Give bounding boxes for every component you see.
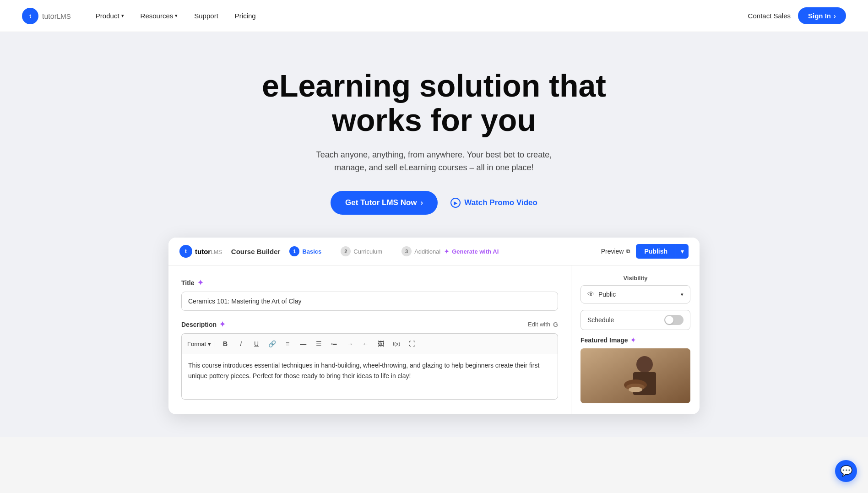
watch-promo-button[interactable]: ▶ Watch Promo Video	[450, 198, 537, 208]
builder-sidebar: Visibility 👁 Public ▾ Schedule	[571, 265, 700, 414]
external-link-icon: ⧉	[626, 248, 630, 255]
step-basics[interactable]: 1 Basics	[289, 246, 321, 256]
visibility-label: Visibility	[580, 275, 690, 282]
description-header: Description ✦ Edit with G	[181, 320, 558, 329]
builder-steps: 1 Basics —— 2 Curriculum —— 3 Additional	[289, 246, 499, 256]
course-builder-card: t tutorLMS Course Builder 1 Basics ——	[168, 238, 700, 414]
format-dropdown[interactable]: Format ▾	[187, 341, 215, 347]
nav-right: Contact Sales Sign In ›	[748, 7, 846, 24]
step-3-label: Additional	[414, 248, 440, 255]
step-additional[interactable]: 3 Additional	[401, 246, 440, 256]
schedule-label: Schedule	[587, 316, 614, 324]
bold-button[interactable]: B	[219, 337, 232, 350]
nav-pricing[interactable]: Pricing	[228, 8, 262, 23]
logo-icon: t	[22, 8, 38, 24]
play-icon: ▶	[450, 198, 461, 208]
schedule-toggle[interactable]	[664, 315, 684, 325]
chevron-down-icon: ▾	[121, 13, 124, 19]
image-button[interactable]: 🖼	[374, 337, 387, 350]
publish-button-group: Publish ▾	[636, 244, 689, 259]
step-curriculum[interactable]: 2 Curriculum	[341, 246, 382, 256]
step-separator-1: ——	[325, 248, 337, 255]
svg-point-3	[636, 356, 653, 373]
indent-button[interactable]: →	[343, 337, 356, 350]
edit-with-button[interactable]: Edit with G	[528, 321, 558, 328]
step-2-num: 2	[341, 246, 351, 256]
hero-subtext: Teach anyone, anything, from anywhere. Y…	[306, 148, 562, 175]
step-1-label: Basics	[302, 248, 321, 255]
nav-resources[interactable]: Resources ▾	[134, 8, 184, 23]
publish-dropdown-button[interactable]: ▾	[676, 244, 689, 259]
hero-headline: eLearning solution that works for you	[251, 69, 617, 137]
align-button[interactable]: ≡	[281, 337, 294, 350]
g-icon: G	[553, 321, 558, 328]
visibility-value: Public	[598, 291, 616, 298]
description-label: Description ✦	[181, 320, 225, 329]
builder-topbar-right: Preview ⧉ Publish ▾	[601, 244, 689, 259]
title-input[interactable]	[181, 292, 558, 311]
visibility-select[interactable]: 👁 Public ▾	[580, 285, 690, 303]
step-2-label: Curriculum	[353, 248, 382, 255]
chevron-down-icon: ▾	[681, 292, 684, 298]
nav-links: Product ▾ Resources ▾ Support Pricing	[89, 8, 262, 23]
description-toolbar: Format ▾ B I U 🔗 ≡ — ☰ ≔ → ← 🖼	[181, 333, 558, 354]
builder-topbar: t tutorLMS Course Builder 1 Basics ——	[168, 238, 700, 265]
visibility-value-row: 👁 Public	[587, 290, 616, 298]
underline-button[interactable]: U	[250, 337, 263, 350]
ai-sparkle-icon: ✦	[197, 278, 203, 287]
ordered-list-button[interactable]: ≔	[328, 337, 341, 350]
step-1-num: 1	[289, 246, 299, 256]
arrow-right-icon: ›	[834, 12, 836, 20]
nav-support[interactable]: Support	[188, 8, 225, 23]
chat-icon: 💬	[840, 465, 852, 477]
link-button[interactable]: 🔗	[266, 337, 278, 350]
publish-button[interactable]: Publish	[636, 244, 676, 259]
toggle-knob	[665, 316, 673, 324]
description-textarea[interactable]: This course introduces essential techniq…	[181, 354, 558, 400]
sparkle-icon-featured: ✦	[630, 336, 636, 344]
title-label: Title ✦	[181, 278, 558, 287]
navigation: t tutorLMS Product ▾ Resources ▾ Support…	[0, 0, 868, 32]
course-builder-title: Course Builder	[231, 248, 281, 255]
builder-logo-text: tutorLMS	[195, 248, 222, 255]
chat-bubble-button[interactable]: 💬	[835, 460, 857, 482]
nav-product[interactable]: Product ▾	[89, 8, 130, 23]
featured-image-svg	[580, 348, 690, 403]
chevron-down-icon: ▾	[681, 248, 684, 255]
logo[interactable]: t tutorLMS	[22, 8, 71, 24]
minus-button[interactable]: —	[297, 337, 309, 350]
builder-logo: t tutorLMS	[179, 245, 222, 258]
svg-text:t: t	[29, 13, 31, 19]
logo-wordmark: tutorLMS	[42, 11, 71, 21]
featured-image-label: Featured Image ✦	[580, 336, 690, 344]
hero-buttons: Get Tutor LMS Now › ▶ Watch Promo Video	[18, 191, 850, 215]
eye-icon: 👁	[587, 290, 595, 298]
schedule-row: Schedule	[580, 310, 690, 330]
step-separator-2: ——	[386, 248, 398, 255]
formula-button[interactable]: f(x)	[390, 337, 403, 350]
ai-sparkle-icon-2: ✦	[219, 320, 225, 329]
unordered-list-button[interactable]: ☰	[312, 337, 325, 350]
svg-point-7	[629, 387, 642, 392]
preview-button[interactable]: Preview ⧉	[601, 248, 631, 255]
step-3-num: 3	[401, 246, 412, 256]
builder-logo-icon: t	[179, 245, 192, 258]
outdent-button[interactable]: ←	[359, 337, 372, 350]
chevron-down-icon: ▾	[175, 13, 178, 19]
chevron-down-icon: ▾	[208, 341, 211, 347]
fullscreen-button[interactable]: ⛶	[406, 337, 418, 350]
arrow-right-icon: ›	[421, 198, 423, 207]
italic-button[interactable]: I	[234, 337, 247, 350]
contact-sales-link[interactable]: Contact Sales	[748, 12, 791, 20]
generate-with-ai-button[interactable]: ✦ Generate with AI	[444, 248, 499, 255]
builder-form: Title ✦ Description ✦ Edit with G	[168, 265, 571, 414]
builder-body: Title ✦ Description ✦ Edit with G	[168, 265, 700, 414]
sparkle-icon: ✦	[444, 248, 449, 255]
get-tutor-button[interactable]: Get Tutor LMS Now ›	[331, 191, 438, 215]
featured-image-box[interactable]	[580, 348, 690, 403]
sign-in-button[interactable]: Sign In ›	[798, 7, 846, 24]
hero-section: eLearning solution that works for you Te…	[0, 32, 868, 437]
